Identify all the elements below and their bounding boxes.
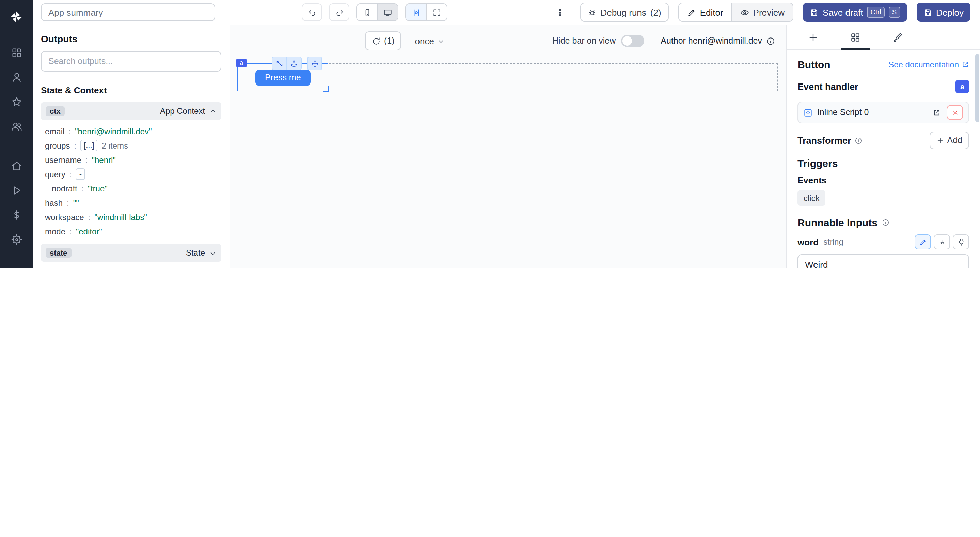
click-event-chip: click xyxy=(797,190,826,206)
canvas-grid-row[interactable]: a Press me xyxy=(237,64,778,91)
desktop-view-button[interactable] xyxy=(377,4,398,21)
output-row[interactable]: query:- xyxy=(44,167,221,181)
open-script-button[interactable] xyxy=(929,105,944,120)
state-header[interactable]: state State xyxy=(41,244,221,262)
external-link-icon xyxy=(933,109,940,116)
static-value-button[interactable] xyxy=(915,234,931,249)
save-icon xyxy=(810,8,819,17)
ctx-header[interactable]: ctx App Context xyxy=(41,102,221,120)
ctx-rows: email:"henri@windmill.dev"groups:[...]2 … xyxy=(41,124,221,239)
schedule-mode-dropdown[interactable]: once xyxy=(410,31,450,51)
hide-bar-toggle[interactable] xyxy=(621,35,644,47)
expression-icon xyxy=(938,238,946,246)
plug-icon xyxy=(957,238,965,246)
close-icon xyxy=(951,109,959,116)
script-icon xyxy=(803,108,813,117)
output-row[interactable]: groups:[...]2 items xyxy=(44,138,221,153)
deploy-button[interactable]: Deploy xyxy=(916,3,970,22)
component-settings-tab[interactable] xyxy=(834,25,877,49)
styling-tab[interactable] xyxy=(877,25,919,49)
output-row[interactable]: nodraft:"true" xyxy=(50,181,221,196)
redo-button[interactable] xyxy=(329,3,349,21)
output-row[interactable]: hash:"" xyxy=(44,196,221,210)
users-icon[interactable] xyxy=(5,116,27,136)
save-draft-button[interactable]: Save draft CtrlS xyxy=(803,3,907,22)
output-row[interactable]: mode:"editor" xyxy=(44,224,221,239)
info-icon[interactable] xyxy=(766,37,775,45)
component-id-tag: a xyxy=(236,59,247,67)
inline-script-row[interactable]: Inline Script 0 xyxy=(797,102,969,123)
fullscreen-button[interactable] xyxy=(426,4,447,21)
selected-component[interactable]: a Press me xyxy=(237,64,328,91)
scrollbar[interactable] xyxy=(975,54,979,122)
apps-icon[interactable] xyxy=(5,42,27,63)
user-icon[interactable] xyxy=(5,67,27,87)
see-documentation-link[interactable]: See documentation xyxy=(888,60,969,69)
component-settings-panel: Button See documentation Event handler a… xyxy=(786,25,980,269)
anchor-handle[interactable] xyxy=(287,57,302,70)
mobile-view-button[interactable] xyxy=(357,4,377,21)
press-me-button[interactable]: Press me xyxy=(255,70,310,86)
pencil-icon xyxy=(687,8,696,17)
outputs-panel: Outputs State & Context ctx App Context … xyxy=(33,25,230,269)
refresh-app-button[interactable]: (1) xyxy=(365,31,401,51)
insert-tab[interactable] xyxy=(792,25,834,49)
remove-script-button[interactable] xyxy=(947,105,963,120)
app-summary-input[interactable] xyxy=(41,3,215,21)
ctx-label: App Context xyxy=(160,106,205,116)
connect-button[interactable] xyxy=(953,234,969,249)
topbar: Debug runs(2) Editor Preview Save draft xyxy=(33,0,980,25)
ctx-badge: ctx xyxy=(46,106,65,116)
bug-icon xyxy=(587,8,596,17)
info-icon xyxy=(855,137,862,144)
output-row[interactable]: workspace:"windmill-labs" xyxy=(44,210,221,224)
app-editor: Debug runs(2) Editor Preview Save draft xyxy=(0,0,980,269)
star-icon[interactable] xyxy=(5,91,27,112)
runnable-inputs-title: Runnable Inputs xyxy=(797,217,969,228)
state-badge: state xyxy=(46,248,71,258)
transformer-label: Transformer xyxy=(797,135,862,145)
windmill-logo-icon[interactable] xyxy=(5,7,27,27)
more-menu-button[interactable] xyxy=(550,3,570,21)
word-value-input[interactable] xyxy=(797,254,969,269)
plus-icon xyxy=(808,32,819,43)
undo-button[interactable] xyxy=(302,3,322,21)
canvas-toolbar: (1) once Hide bar on view Author henri@w… xyxy=(230,25,786,57)
home-icon[interactable] xyxy=(5,155,27,176)
left-nav-rail xyxy=(0,0,33,269)
external-link-icon xyxy=(962,61,969,68)
center-layout-button[interactable] xyxy=(406,4,426,21)
input-word-name: word xyxy=(797,237,819,247)
expression-button[interactable] xyxy=(934,234,950,249)
input-word-type: string xyxy=(823,237,843,247)
search-outputs-input[interactable] xyxy=(41,51,221,72)
resize-handle[interactable] xyxy=(323,86,329,92)
app-canvas[interactable]: (1) once Hide bar on view Author henri@w… xyxy=(230,25,786,269)
triggers-title: Triggers xyxy=(797,158,969,169)
toggle-knob xyxy=(622,36,632,46)
move-handle[interactable] xyxy=(307,57,322,70)
output-row[interactable]: username:"henri" xyxy=(44,153,221,167)
debug-runs-button[interactable]: Debug runs(2) xyxy=(580,3,668,22)
resources-icon[interactable] xyxy=(5,229,27,249)
pencil-icon xyxy=(919,238,926,246)
component-handles xyxy=(272,57,322,70)
add-transformer-button[interactable]: Add xyxy=(930,132,969,149)
info-icon xyxy=(881,219,889,226)
settings-tabs xyxy=(787,25,980,50)
variables-icon[interactable] xyxy=(5,204,27,225)
event-component-badge: a xyxy=(956,80,969,93)
deploy-icon xyxy=(923,8,932,17)
editor-preview-toggle: Editor Preview xyxy=(678,3,794,22)
output-row[interactable]: email:"henri@windmill.dev" xyxy=(44,124,221,138)
brush-icon xyxy=(892,32,903,43)
editor-tab[interactable]: Editor xyxy=(679,3,732,21)
preview-tab[interactable]: Preview xyxy=(732,3,793,21)
refresh-icon xyxy=(372,37,381,45)
runs-icon[interactable] xyxy=(5,180,27,200)
chevron-down-icon xyxy=(438,37,445,45)
device-toggle-group xyxy=(356,3,398,21)
component-type-title: Button xyxy=(797,59,830,70)
expand-handle[interactable] xyxy=(272,57,287,70)
plus-icon xyxy=(936,137,944,144)
